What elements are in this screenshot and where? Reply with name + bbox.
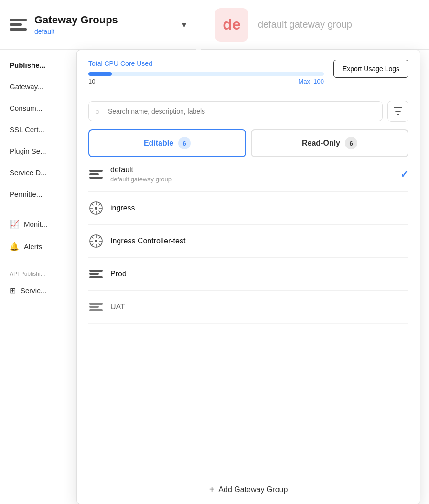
gateway-icon-default <box>88 167 104 182</box>
sidebar-item-ssl[interactable]: SSL Cert... <box>0 119 76 140</box>
list-item-content-prod: Prod <box>110 270 408 278</box>
k8s-icon-ingress <box>88 200 104 216</box>
list-item-name-prod: Prod <box>110 270 408 278</box>
add-plus-icon: + <box>209 484 215 495</box>
list-item-name-default: default <box>110 166 394 174</box>
gateway-icon-shape-prod <box>89 270 103 278</box>
cpu-used-value: 10 <box>88 78 95 85</box>
list-item-content-default: default default gateway group <box>110 166 394 183</box>
tab-editable-label: Editable <box>144 139 173 147</box>
svg-line-17 <box>99 244 101 246</box>
tab-read-only-badge: 6 <box>345 137 357 149</box>
search-section: ⌕ <box>77 93 420 129</box>
k8s-icon-ingress-controller <box>88 233 104 249</box>
icon-line-1 <box>10 19 27 21</box>
kubernetes-icon-2 <box>89 234 103 248</box>
sidebar-item-alerts[interactable]: 🔔 Alerts <box>0 235 76 258</box>
add-gateway-group-button[interactable]: + Add Gateway Group <box>77 475 420 504</box>
sidebar-item-services[interactable]: ⊞ Servic... <box>0 279 76 302</box>
list-item-desc-default: default gateway group <box>110 176 394 183</box>
cpu-section: Total CPU Core Used 10 Max: 100 Export U… <box>77 50 420 93</box>
sidebar-divider-1 <box>0 209 76 209</box>
svg-line-9 <box>91 211 93 213</box>
list-item-name-uat: UAT <box>110 303 408 311</box>
sidebar-item-plugin[interactable]: Plugin Se... <box>0 140 76 162</box>
header-chevron-icon[interactable]: ▾ <box>182 20 186 30</box>
tab-editable[interactable]: Editable 6 <box>88 129 246 157</box>
list-item-content-uat: UAT <box>110 303 408 311</box>
kubernetes-icon <box>89 201 103 215</box>
svg-line-6 <box>91 203 93 205</box>
gateway-groups-icon <box>10 16 28 34</box>
header-text: Gateway Groups default <box>34 14 175 35</box>
gateway-icon-prod <box>88 266 104 282</box>
list-item-ingress-controller[interactable]: Ingress Controller-test <box>88 225 408 258</box>
tabs-section: Editable 6 Read-Only 6 <box>77 129 420 157</box>
cpu-numbers: 10 Max: 100 <box>88 78 324 85</box>
sidebar-section-api: API Publishi... <box>0 266 76 279</box>
svg-point-1 <box>95 207 97 210</box>
sidebar-item-published[interactable]: Publishe... <box>0 54 76 76</box>
svg-line-19 <box>91 244 93 246</box>
search-wrapper: ⌕ <box>88 101 383 121</box>
sidebar-item-gateway[interactable]: Gateway... <box>0 76 76 97</box>
sidebar-item-service[interactable]: Service D... <box>0 162 76 183</box>
list-item-content-ingress: ingress <box>110 204 408 212</box>
svg-line-8 <box>99 203 101 205</box>
svg-point-11 <box>95 240 97 242</box>
list-item-name-ingress: ingress <box>110 204 408 212</box>
cpu-bar-container: Total CPU Core Used 10 Max: 100 <box>88 60 324 85</box>
list-item-name-ingress-controller: Ingress Controller-test <box>110 237 408 245</box>
header-left: Gateway Groups default ▾ <box>0 0 196 50</box>
tab-read-only-label: Read-Only <box>302 139 340 147</box>
dropdown-panel: Total CPU Core Used 10 Max: 100 Export U… <box>76 50 420 504</box>
cpu-bar-track <box>88 72 324 76</box>
items-list: default default gateway group ✓ <box>77 157 420 475</box>
grid-icon: ⊞ <box>10 286 16 295</box>
header-right: de default gateway group <box>201 0 429 50</box>
header-subtitle: default <box>34 28 175 35</box>
svg-line-7 <box>99 211 101 213</box>
cpu-title: Total CPU Core Used <box>88 60 324 67</box>
cpu-bar-fill <box>88 72 112 76</box>
svg-line-16 <box>91 236 93 238</box>
sidebar-item-permitted[interactable]: Permitte... <box>0 183 76 205</box>
bell-icon: 🔔 <box>10 242 19 251</box>
icon-line-2 <box>10 23 22 26</box>
search-icon: ⌕ <box>95 107 100 116</box>
header-right-label: default gateway group <box>258 19 352 30</box>
filter-button[interactable] <box>387 101 408 122</box>
add-label: Add Gateway Group <box>218 485 288 494</box>
chart-icon: 📈 <box>10 220 19 229</box>
cpu-max-value: Max: 100 <box>298 78 323 85</box>
list-item-uat[interactable]: UAT <box>88 291 408 324</box>
gateway-icon-shape <box>89 170 103 178</box>
sidebar: Publishe... Gateway... Consum... SSL Cer… <box>0 50 76 504</box>
icon-line-3 <box>10 28 27 31</box>
list-item-prod[interactable]: Prod <box>88 258 408 291</box>
header-title: Gateway Groups <box>34 14 175 26</box>
list-item-content-ingress-controller: Ingress Controller-test <box>110 237 408 245</box>
tab-editable-badge: 6 <box>178 137 191 149</box>
list-item-default[interactable]: default default gateway group ✓ <box>88 157 408 192</box>
avatar: de <box>215 8 248 42</box>
filter-icon <box>394 107 402 115</box>
search-input[interactable] <box>88 101 383 121</box>
sidebar-divider-2 <box>0 262 76 262</box>
gateway-icon-uat <box>88 299 104 315</box>
sidebar-item-monitor[interactable]: 📈 Monit... <box>0 213 76 235</box>
list-item-ingress[interactable]: ingress <box>88 192 408 225</box>
gateway-icon-shape-uat <box>89 303 103 311</box>
sidebar-item-consumer[interactable]: Consum... <box>0 97 76 119</box>
export-usage-logs-button[interactable]: Export Usage Logs <box>333 60 408 78</box>
svg-line-18 <box>99 236 101 238</box>
tab-read-only[interactable]: Read-Only 6 <box>251 129 408 157</box>
check-icon-default: ✓ <box>400 168 408 180</box>
